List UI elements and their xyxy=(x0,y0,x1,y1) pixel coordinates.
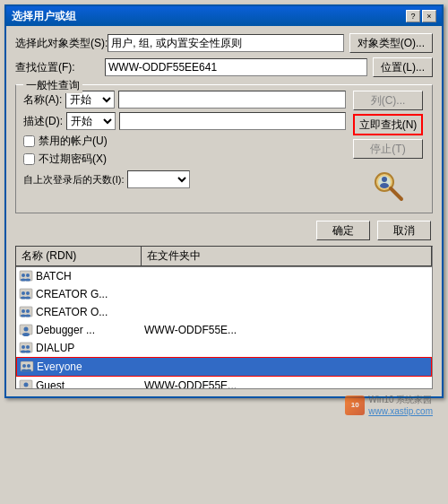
name-row: 名称(A): 开始 xyxy=(23,91,346,109)
svg-point-11 xyxy=(22,291,25,295)
object-type-button[interactable]: 对象类型(O)... xyxy=(349,33,433,53)
days-label: 自上次登录后的天数(I): xyxy=(23,173,124,187)
svg-point-8 xyxy=(26,274,30,277)
desc-row: 描述(D): 开始 xyxy=(23,112,346,130)
svg-point-26 xyxy=(26,345,30,349)
watermark-text: Win10 系统家园 www.xastip.com xyxy=(368,394,433,416)
bottom-buttons: 确定 取消 xyxy=(15,221,433,240)
table-row[interactable]: Everyone xyxy=(16,357,432,377)
main-dialog: 选择用户或组 ? × 选择此对象类型(S): 对象类型(O)... 查找位置(F… xyxy=(4,4,444,398)
result-folder xyxy=(142,311,432,313)
ok-button[interactable]: 确定 xyxy=(316,221,370,240)
table-row[interactable]: CREATOR O... xyxy=(16,303,432,321)
query-right: 列(C)... 立即查找(N) 停止(T) xyxy=(353,91,425,205)
col-button[interactable]: 列(C)... xyxy=(353,91,423,110)
dialog-title: 选择用户或组 xyxy=(12,9,76,24)
title-controls: ? × xyxy=(406,10,436,22)
svg-point-29 xyxy=(22,364,26,368)
svg-point-35 xyxy=(22,388,30,389)
svg-line-2 xyxy=(391,188,401,199)
svg-point-22 xyxy=(22,333,30,336)
table-row[interactable]: BATCH xyxy=(16,267,432,285)
svg-point-6 xyxy=(22,274,25,277)
svg-point-4 xyxy=(380,183,389,188)
help-button[interactable]: ? xyxy=(406,10,420,22)
svg-point-24 xyxy=(22,345,25,349)
results-container[interactable]: 名称 (RDN) 在文件夹中 BATCH CREATOR G... xyxy=(15,246,433,389)
result-name: Guest xyxy=(36,379,65,389)
result-name: CREATOR O... xyxy=(36,306,108,318)
disabled-label: 禁用的帐户(U) xyxy=(39,134,108,149)
user-icon xyxy=(19,341,33,355)
svg-point-16 xyxy=(22,309,25,313)
svg-point-18 xyxy=(26,309,30,313)
cancel-button[interactable]: 取消 xyxy=(377,221,431,240)
col-folder-header[interactable]: 在文件夹中 xyxy=(142,247,432,266)
result-folder xyxy=(142,366,431,368)
user-icon xyxy=(19,287,33,301)
svg-point-32 xyxy=(26,369,31,372)
user-icon xyxy=(19,378,33,389)
svg-point-9 xyxy=(25,279,30,282)
svg-point-34 xyxy=(24,383,29,387)
group-legend: 一般性查询 xyxy=(23,78,82,93)
days-row: 自上次登录后的天数(I): xyxy=(23,170,346,188)
location-button[interactable]: 位置(L)... xyxy=(373,57,433,77)
name-label: 名称(A): xyxy=(23,92,62,108)
results-header: 名称 (RDN) 在文件夹中 xyxy=(16,247,432,267)
result-folder: WWW-ODDF55E... xyxy=(142,378,432,389)
close-button[interactable]: × xyxy=(422,10,436,22)
result-name: CREATOR G... xyxy=(36,288,108,300)
user-icon xyxy=(19,305,33,319)
svg-point-14 xyxy=(25,297,30,300)
table-row[interactable]: GuestWWW-ODDF55E... xyxy=(16,377,432,389)
location-input[interactable] xyxy=(105,58,367,76)
table-row[interactable]: DIALUP xyxy=(16,339,432,357)
result-folder xyxy=(142,293,432,295)
watermark-line2: www.xastip.com xyxy=(368,406,433,416)
name-select[interactable]: 开始 xyxy=(65,91,115,109)
svg-point-3 xyxy=(382,177,387,182)
result-name: Debugger ... xyxy=(36,324,95,336)
svg-point-19 xyxy=(25,315,30,317)
result-name: DIALUP xyxy=(36,342,74,354)
result-name: Everyone xyxy=(37,361,82,373)
search-icon xyxy=(370,168,408,205)
user-icon xyxy=(19,269,33,283)
days-select[interactable] xyxy=(127,170,190,188)
location-row: 查找位置(F): 位置(L)... xyxy=(15,57,433,77)
svg-point-31 xyxy=(27,364,30,368)
result-name: BATCH xyxy=(36,270,72,282)
disabled-checkbox[interactable] xyxy=(23,135,35,147)
search-now-button[interactable]: 立即查找(N) xyxy=(353,114,423,135)
disabled-checkbox-row: 禁用的帐户(U) xyxy=(23,134,346,149)
search-icon-area xyxy=(353,168,425,205)
object-type-row: 选择此对象类型(S): 对象类型(O)... xyxy=(15,33,433,53)
desc-select[interactable]: 开始 xyxy=(66,112,116,130)
name-input[interactable] xyxy=(118,91,346,109)
result-folder xyxy=(142,347,432,349)
object-type-input[interactable] xyxy=(108,34,343,52)
watermark-line1: Win10 系统家园 xyxy=(368,394,433,406)
user-icon xyxy=(20,360,34,374)
general-query-group: 一般性查询 名称(A): 开始 描述(D): xyxy=(15,84,433,213)
table-row[interactable]: Debugger ...WWW-ODDF55E... xyxy=(16,321,432,339)
dialog-body: 选择此对象类型(S): 对象类型(O)... 查找位置(F): 位置(L)...… xyxy=(6,26,442,396)
noexpire-checkbox-row: 不过期密码(X) xyxy=(23,152,346,167)
general-query-content: 名称(A): 开始 描述(D): 开始 xyxy=(23,91,425,205)
title-bar: 选择用户或组 ? × xyxy=(6,6,442,26)
table-row[interactable]: CREATOR G... xyxy=(16,285,432,303)
col-name-header[interactable]: 名称 (RDN) xyxy=(16,247,142,266)
desc-input[interactable] xyxy=(119,112,346,130)
result-folder xyxy=(142,275,432,277)
object-type-label: 选择此对象类型(S): xyxy=(15,36,108,51)
results-body: BATCH CREATOR G... CREATOR O... Debugger… xyxy=(16,267,432,389)
watermark-logo-icon: 10 xyxy=(345,395,365,415)
noexpire-checkbox[interactable] xyxy=(23,153,35,165)
noexpire-label: 不过期密码(X) xyxy=(39,152,107,167)
query-left: 名称(A): 开始 描述(D): 开始 xyxy=(23,91,346,205)
location-label: 查找位置(F): xyxy=(15,60,105,75)
stop-button[interactable]: 停止(T) xyxy=(353,139,423,159)
svg-point-27 xyxy=(25,351,30,353)
watermark: 10 Win10 系统家园 www.xastip.com xyxy=(345,394,433,416)
